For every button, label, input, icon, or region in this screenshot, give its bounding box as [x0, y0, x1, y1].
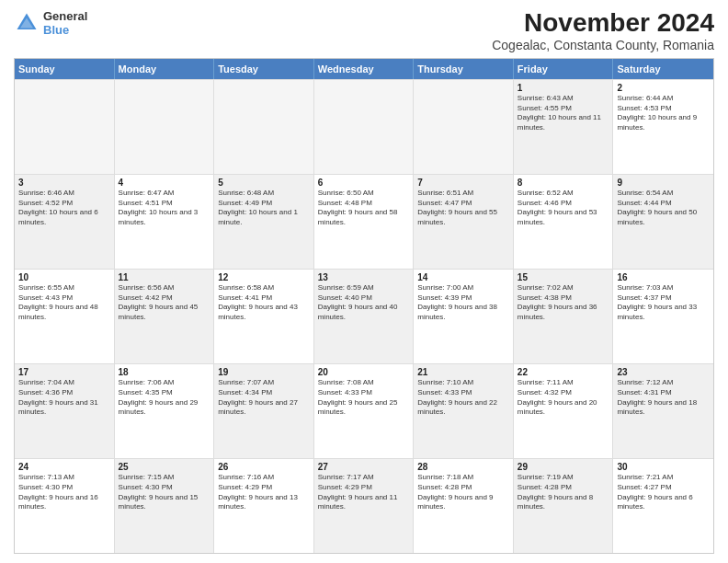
logo-icon — [14, 10, 40, 36]
cell-info: Sunrise: 6:44 AM Sunset: 4:53 PM Dayligh… — [617, 94, 710, 133]
calendar-cell: 23Sunrise: 7:12 AM Sunset: 4:31 PM Dayli… — [613, 364, 713, 458]
cell-info: Sunrise: 7:02 AM Sunset: 4:38 PM Dayligh… — [518, 283, 609, 323]
day-number: 25 — [119, 462, 210, 472]
cell-info: Sunrise: 6:48 AM Sunset: 4:49 PM Dayligh… — [218, 189, 310, 228]
day-number: 21 — [417, 367, 509, 377]
cell-info: Sunrise: 6:52 AM Sunset: 4:46 PM Dayligh… — [518, 189, 609, 228]
calendar-header: SundayMondayTuesdayWednesdayThursdayFrid… — [15, 59, 713, 79]
cell-info: Sunrise: 7:11 AM Sunset: 4:32 PM Dayligh… — [518, 378, 609, 418]
weekday-header: Monday — [115, 59, 215, 79]
logo-text: General Blue — [43, 9, 87, 37]
day-number: 6 — [318, 178, 410, 188]
day-number: 3 — [18, 178, 110, 188]
calendar-cell: 19Sunrise: 7:07 AM Sunset: 4:34 PM Dayli… — [214, 364, 314, 458]
cell-info: Sunrise: 7:19 AM Sunset: 4:28 PM Dayligh… — [518, 473, 609, 512]
day-number: 30 — [617, 462, 710, 472]
day-number: 5 — [218, 178, 310, 188]
weekday-header: Wednesday — [314, 59, 415, 79]
calendar-cell: 13Sunrise: 6:59 AM Sunset: 4:40 PM Dayli… — [314, 270, 415, 363]
calendar-cell: 2Sunrise: 6:44 AM Sunset: 4:53 PM Daylig… — [613, 80, 713, 174]
day-number: 18 — [119, 367, 210, 377]
day-number: 1 — [518, 83, 609, 93]
calendar-cell — [314, 80, 415, 174]
cell-info: Sunrise: 6:54 AM Sunset: 4:44 PM Dayligh… — [617, 189, 710, 228]
day-number: 10 — [18, 272, 110, 282]
calendar-row: 10Sunrise: 6:55 AM Sunset: 4:43 PM Dayli… — [15, 269, 713, 363]
cell-info: Sunrise: 7:18 AM Sunset: 4:28 PM Dayligh… — [417, 473, 509, 512]
day-number: 12 — [218, 272, 310, 282]
day-number: 7 — [417, 178, 509, 188]
day-number: 14 — [417, 272, 509, 282]
calendar-cell: 17Sunrise: 7:04 AM Sunset: 4:36 PM Dayli… — [15, 364, 115, 458]
cell-info: Sunrise: 7:16 AM Sunset: 4:29 PM Dayligh… — [218, 473, 310, 512]
calendar-cell: 20Sunrise: 7:08 AM Sunset: 4:33 PM Dayli… — [314, 364, 415, 458]
calendar-cell: 30Sunrise: 7:21 AM Sunset: 4:27 PM Dayli… — [613, 459, 713, 553]
cell-info: Sunrise: 6:47 AM Sunset: 4:51 PM Dayligh… — [119, 189, 210, 228]
day-number: 28 — [417, 462, 509, 472]
cell-info: Sunrise: 7:04 AM Sunset: 4:36 PM Dayligh… — [18, 378, 110, 418]
calendar-cell: 16Sunrise: 7:03 AM Sunset: 4:37 PM Dayli… — [613, 270, 713, 363]
calendar-cell: 3Sunrise: 6:46 AM Sunset: 4:52 PM Daylig… — [15, 175, 115, 269]
cell-info: Sunrise: 7:03 AM Sunset: 4:37 PM Dayligh… — [617, 283, 710, 323]
calendar-cell: 27Sunrise: 7:17 AM Sunset: 4:29 PM Dayli… — [314, 459, 415, 553]
calendar-row: 3Sunrise: 6:46 AM Sunset: 4:52 PM Daylig… — [15, 174, 713, 269]
calendar-cell: 5Sunrise: 6:48 AM Sunset: 4:49 PM Daylig… — [214, 175, 314, 269]
day-number: 20 — [318, 367, 410, 377]
day-number: 2 — [617, 83, 710, 93]
cell-info: Sunrise: 6:55 AM Sunset: 4:43 PM Dayligh… — [18, 283, 110, 323]
page: General Blue November 2024 Cogealac, Con… — [0, 0, 728, 563]
calendar-cell: 10Sunrise: 6:55 AM Sunset: 4:43 PM Dayli… — [15, 270, 115, 363]
day-number: 19 — [218, 367, 310, 377]
cell-info: Sunrise: 6:46 AM Sunset: 4:52 PM Dayligh… — [18, 189, 110, 228]
logo: General Blue — [14, 9, 87, 37]
calendar: SundayMondayTuesdayWednesdayThursdayFrid… — [14, 58, 714, 554]
calendar-cell: 15Sunrise: 7:02 AM Sunset: 4:38 PM Dayli… — [514, 270, 614, 363]
logo-general: General — [43, 9, 87, 23]
calendar-cell: 12Sunrise: 6:58 AM Sunset: 4:41 PM Dayli… — [214, 270, 314, 363]
calendar-cell: 1Sunrise: 6:43 AM Sunset: 4:55 PM Daylig… — [514, 80, 614, 174]
calendar-cell: 29Sunrise: 7:19 AM Sunset: 4:28 PM Dayli… — [514, 459, 614, 553]
cell-info: Sunrise: 7:15 AM Sunset: 4:30 PM Dayligh… — [119, 473, 210, 512]
weekday-header: Sunday — [15, 59, 115, 79]
cell-info: Sunrise: 7:17 AM Sunset: 4:29 PM Dayligh… — [318, 473, 410, 512]
calendar-row: 17Sunrise: 7:04 AM Sunset: 4:36 PM Dayli… — [15, 363, 713, 458]
cell-info: Sunrise: 7:13 AM Sunset: 4:30 PM Dayligh… — [18, 473, 110, 512]
day-number: 22 — [518, 367, 609, 377]
calendar-cell — [115, 80, 215, 174]
weekday-header: Saturday — [613, 59, 713, 79]
calendar-cell: 24Sunrise: 7:13 AM Sunset: 4:30 PM Dayli… — [15, 459, 115, 553]
calendar-body: 1Sunrise: 6:43 AM Sunset: 4:55 PM Daylig… — [15, 79, 713, 553]
cell-info: Sunrise: 6:58 AM Sunset: 4:41 PM Dayligh… — [218, 283, 310, 323]
calendar-cell: 25Sunrise: 7:15 AM Sunset: 4:30 PM Dayli… — [115, 459, 215, 553]
cell-info: Sunrise: 6:51 AM Sunset: 4:47 PM Dayligh… — [417, 189, 509, 228]
calendar-cell: 14Sunrise: 7:00 AM Sunset: 4:39 PM Dayli… — [414, 270, 514, 363]
calendar-cell: 7Sunrise: 6:51 AM Sunset: 4:47 PM Daylig… — [414, 175, 514, 269]
day-number: 26 — [218, 462, 310, 472]
header: General Blue November 2024 Cogealac, Con… — [14, 9, 714, 52]
cell-info: Sunrise: 7:12 AM Sunset: 4:31 PM Dayligh… — [617, 378, 710, 418]
day-number: 13 — [318, 272, 410, 282]
day-number: 4 — [119, 178, 210, 188]
calendar-subtitle: Cogealac, Constanta County, Romania — [492, 38, 714, 52]
calendar-row: 1Sunrise: 6:43 AM Sunset: 4:55 PM Daylig… — [15, 79, 713, 174]
cell-info: Sunrise: 7:10 AM Sunset: 4:33 PM Dayligh… — [417, 378, 509, 418]
calendar-cell: 21Sunrise: 7:10 AM Sunset: 4:33 PM Dayli… — [414, 364, 514, 458]
title-block: November 2024 Cogealac, Constanta County… — [492, 9, 714, 52]
weekday-header: Tuesday — [214, 59, 314, 79]
cell-info: Sunrise: 7:06 AM Sunset: 4:35 PM Dayligh… — [119, 378, 210, 418]
calendar-cell — [214, 80, 314, 174]
calendar-cell — [15, 80, 115, 174]
calendar-cell: 22Sunrise: 7:11 AM Sunset: 4:32 PM Dayli… — [514, 364, 614, 458]
calendar-cell: 9Sunrise: 6:54 AM Sunset: 4:44 PM Daylig… — [613, 175, 713, 269]
cell-info: Sunrise: 7:07 AM Sunset: 4:34 PM Dayligh… — [218, 378, 310, 418]
day-number: 17 — [18, 367, 110, 377]
cell-info: Sunrise: 7:00 AM Sunset: 4:39 PM Dayligh… — [417, 283, 509, 323]
cell-info: Sunrise: 6:43 AM Sunset: 4:55 PM Dayligh… — [518, 94, 609, 133]
weekday-header: Thursday — [414, 59, 514, 79]
calendar-cell: 6Sunrise: 6:50 AM Sunset: 4:48 PM Daylig… — [314, 175, 415, 269]
cell-info: Sunrise: 6:59 AM Sunset: 4:40 PM Dayligh… — [318, 283, 410, 323]
calendar-cell — [414, 80, 514, 174]
calendar-cell: 26Sunrise: 7:16 AM Sunset: 4:29 PM Dayli… — [214, 459, 314, 553]
day-number: 11 — [119, 272, 210, 282]
day-number: 23 — [617, 367, 710, 377]
